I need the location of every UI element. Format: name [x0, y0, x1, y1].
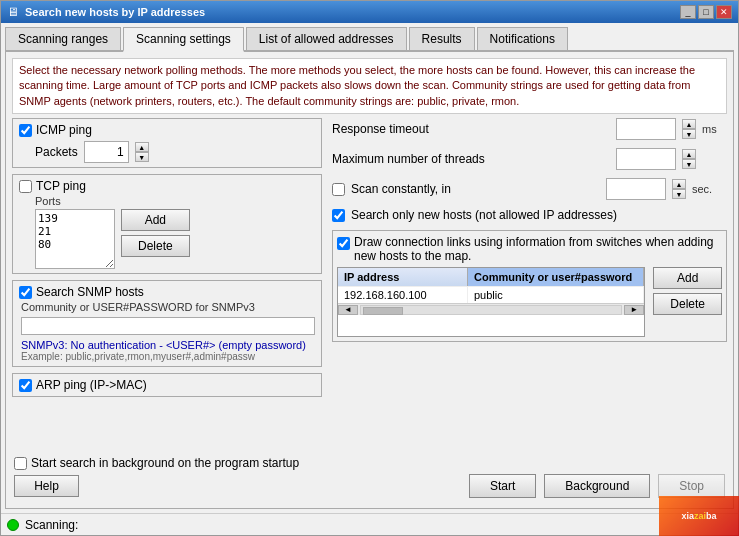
response-timeout-spin-up[interactable]: ▲	[682, 119, 696, 129]
max-threads-spin-down[interactable]: ▼	[682, 159, 696, 169]
scan-constantly-spin-up[interactable]: ▲	[672, 179, 686, 189]
start-button[interactable]: Start	[469, 474, 536, 498]
table-row[interactable]: 192.168.160.100 public	[338, 286, 644, 303]
minimize-button[interactable]: _	[680, 5, 696, 19]
ports-list[interactable]: 139 21 80	[35, 209, 115, 269]
close-button[interactable]: ✕	[716, 5, 732, 19]
icmp-checkbox[interactable]	[19, 124, 32, 137]
status-indicator	[7, 519, 19, 531]
info-text: Select the necessary network polling met…	[19, 64, 695, 107]
community-input[interactable]: public,private,rmon	[21, 317, 315, 335]
snmp-checkbox[interactable]	[19, 286, 32, 299]
stop-button[interactable]: Stop	[658, 474, 725, 498]
scan-constantly-input[interactable]: 120	[606, 178, 666, 200]
table-cell-community: public	[468, 287, 644, 303]
tab-allowed-addresses[interactable]: List of allowed addresses	[246, 27, 407, 50]
background-button[interactable]: Background	[544, 474, 650, 498]
packets-spin-up[interactable]: ▲	[135, 142, 149, 152]
max-threads-input[interactable]: 30	[616, 148, 676, 170]
tcp-group: TCP ping Ports 139 21 80 Add Delete	[12, 174, 322, 274]
response-timeout-unit: ms	[702, 123, 727, 135]
tcp-checkbox[interactable]	[19, 180, 32, 193]
response-timeout-row: Response timeout 500 ▲ ▼ ms	[332, 118, 727, 140]
scan-constantly-row: Scan constantly, in 120 ▲ ▼ sec.	[332, 178, 727, 200]
new-hosts-checkbox[interactable]	[332, 209, 345, 222]
tab-bar: Scanning ranges Scanning settings List o…	[5, 27, 734, 52]
help-button[interactable]: Help	[14, 475, 79, 497]
packets-spin-down[interactable]: ▼	[135, 152, 149, 162]
table-header-community: Community or user#password	[468, 268, 644, 286]
draw-connections-group: Draw connection links using information …	[332, 230, 727, 342]
background-startup-row: Start search in background on the progra…	[14, 456, 725, 470]
max-threads-row: Maximum number of threads 30 ▲ ▼	[332, 148, 727, 170]
max-threads-label: Maximum number of threads	[332, 152, 610, 166]
window-icon: 🖥	[7, 5, 21, 19]
tcp-add-button[interactable]: Add	[121, 209, 190, 231]
snmp-group: Search SNMP hosts Community or USER#PASS…	[12, 280, 322, 367]
tab-notifications[interactable]: Notifications	[477, 27, 568, 50]
ports-label: Ports	[35, 195, 315, 207]
scroll-left[interactable]: ◄	[338, 305, 358, 315]
arp-checkbox[interactable]	[19, 379, 32, 392]
icmp-label: ICMP ping	[36, 123, 92, 137]
scan-constantly-label: Scan constantly, in	[351, 182, 600, 196]
tcp-label: TCP ping	[36, 179, 86, 193]
response-timeout-input[interactable]: 500	[616, 118, 676, 140]
tcp-delete-button[interactable]: Delete	[121, 235, 190, 257]
info-box: Select the necessary network polling met…	[12, 58, 727, 114]
arp-group: ARP ping (IP->MAC)	[12, 373, 322, 397]
icmp-group: ICMP ping Packets 1 ▲ ▼	[12, 118, 322, 168]
snmp-label: Search SNMP hosts	[36, 285, 144, 299]
scroll-track[interactable]	[360, 305, 622, 315]
arp-label: ARP ping (IP->MAC)	[36, 378, 147, 392]
community-label: Community or USER#PASSWORD for SNMPv3	[21, 301, 315, 313]
scroll-thumb[interactable]	[363, 307, 403, 315]
status-label: Scanning:	[25, 518, 78, 532]
background-startup-checkbox[interactable]	[14, 457, 27, 470]
tab-scanning-ranges[interactable]: Scanning ranges	[5, 27, 121, 50]
response-timeout-spin-down[interactable]: ▼	[682, 129, 696, 139]
maximize-button[interactable]: □	[698, 5, 714, 19]
draw-connections-checkbox[interactable]	[337, 237, 350, 250]
packets-input[interactable]: 1	[84, 141, 129, 163]
new-hosts-row: Search only new hosts (not allowed IP ad…	[332, 208, 727, 222]
table-header-ip: IP address	[338, 268, 468, 286]
scan-constantly-spin-down[interactable]: ▼	[672, 189, 686, 199]
status-bar: Scanning:	[1, 513, 738, 535]
scroll-right[interactable]: ►	[624, 305, 644, 315]
draw-connections-label1: Draw connection links using information …	[354, 235, 714, 249]
table-cell-ip: 192.168.160.100	[338, 287, 468, 303]
response-timeout-label: Response timeout	[332, 122, 610, 136]
scan-constantly-checkbox[interactable]	[332, 183, 345, 196]
packets-label: Packets	[35, 145, 78, 159]
snmpv3-info: SNMPv3: No authentication - <USER#> (emp…	[21, 339, 315, 351]
background-startup-label: Start search in background on the progra…	[31, 456, 299, 470]
scan-constantly-unit: sec.	[692, 183, 727, 195]
tab-results[interactable]: Results	[409, 27, 475, 50]
table-add-button[interactable]: Add	[653, 267, 722, 289]
window-title: Search new hosts by IP addresses	[25, 6, 205, 18]
snmpv3-link[interactable]: SNMPv3: No authentication - <USER#> (emp…	[21, 339, 306, 351]
example-text: Example: public,private,rmon,myuser#,adm…	[21, 351, 315, 362]
draw-connections-label2: new hosts to the map.	[354, 249, 714, 263]
max-threads-spin-up[interactable]: ▲	[682, 149, 696, 159]
new-hosts-label: Search only new hosts (not allowed IP ad…	[351, 208, 617, 222]
watermark: xiazaiba	[659, 496, 739, 536]
tab-scanning-settings[interactable]: Scanning settings	[123, 27, 244, 52]
title-bar: 🖥 Search new hosts by IP addresses _ □ ✕	[1, 1, 738, 23]
table-delete-button[interactable]: Delete	[653, 293, 722, 315]
